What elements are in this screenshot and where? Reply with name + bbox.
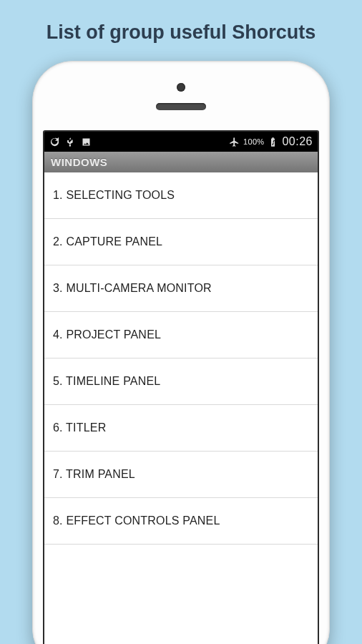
phone-frame: 100% 00:26 WINDOWS 1. SELECTING TOOLS 2.…: [32, 61, 330, 644]
list-item[interactable]: 4. PROJECT PANEL: [44, 312, 318, 358]
phone-camera: [177, 83, 185, 92]
list-item[interactable]: 5. TIMELINE PANEL: [44, 358, 318, 405]
battery-charging-icon: [268, 137, 278, 147]
phone-screen: 100% 00:26 WINDOWS 1. SELECTING TOOLS 2.…: [43, 130, 319, 644]
list-item[interactable]: 8. EFFECT CONTROLS PANEL: [44, 498, 318, 545]
section-header: WINDOWS: [44, 152, 318, 172]
clock: 00:26: [282, 135, 313, 148]
list-item[interactable]: 3. MULTI-CAMERA MONITOR: [44, 265, 318, 312]
status-bar: 100% 00:26: [44, 132, 318, 152]
usb-icon: [65, 137, 76, 147]
airplane-icon: [229, 137, 240, 147]
list-item[interactable]: 7. TRIM PANEL: [44, 452, 318, 498]
sync-icon: [49, 137, 60, 147]
battery-percent: 100%: [243, 137, 264, 146]
shortcut-list[interactable]: 1. SELECTING TOOLS 2. CAPTURE PANEL 3. M…: [44, 172, 318, 644]
list-item[interactable]: 2. CAPTURE PANEL: [44, 219, 318, 265]
list-item[interactable]: 1. SELECTING TOOLS: [44, 172, 318, 219]
list-item[interactable]: 6. TITLER: [44, 405, 318, 452]
phone-speaker: [156, 103, 206, 110]
page-title: List of group useful Shorcuts: [0, 0, 362, 61]
image-icon: [81, 137, 92, 147]
